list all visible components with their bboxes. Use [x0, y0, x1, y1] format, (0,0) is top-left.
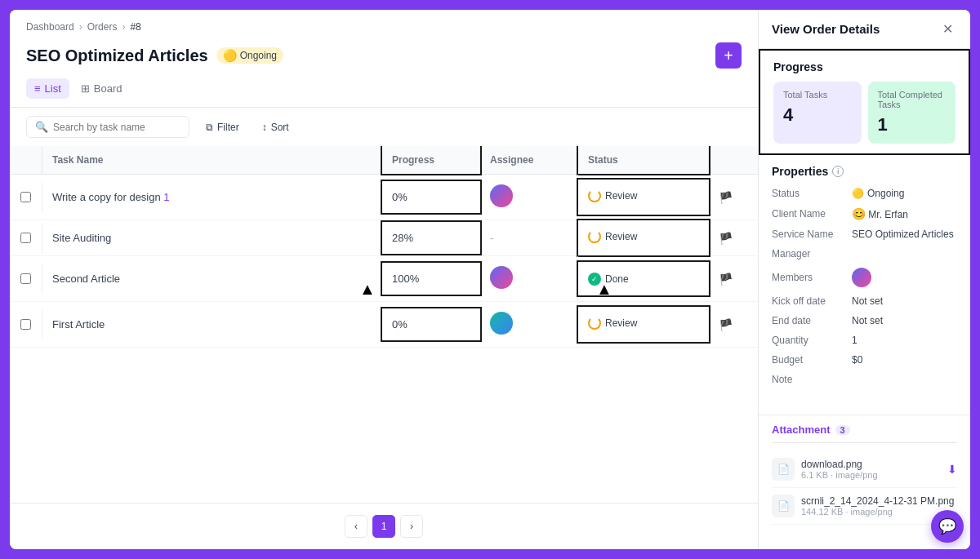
completed-tasks-card: Total Completed Tasks 1: [868, 82, 956, 144]
row3-check[interactable]: [10, 264, 42, 294]
progress-section: Progress Total Tasks 4 Total Completed T…: [759, 49, 970, 155]
add-button[interactable]: +: [715, 42, 742, 69]
row1-avatar: [490, 184, 513, 207]
sort-button[interactable]: ↕ Sort: [256, 118, 296, 137]
row2-status: Review: [578, 220, 709, 255]
row4-task-name[interactable]: First Article: [42, 308, 382, 340]
attachment-count: 3: [835, 425, 850, 435]
row1-assignee: [480, 175, 578, 220]
prop-status-text: Ongoing: [867, 188, 904, 199]
row1-task-name[interactable]: Write a copy for design 1: [42, 181, 382, 213]
completed-tasks-label: Total Completed Tasks: [878, 90, 947, 109]
row1-status-text: Review: [605, 190, 637, 202]
row1-check[interactable]: [10, 182, 42, 212]
row2-status-pill: Review: [588, 230, 637, 243]
sort-icon: ↕: [262, 122, 267, 133]
table-row: First Article 0% Review 🏴: [10, 302, 758, 348]
toolbar: 🔍 ⧉ Filter ↕ Sort: [10, 108, 758, 146]
breadcrumb-dashboard[interactable]: Dashboard: [26, 21, 74, 33]
prop-manager-row: Manager: [772, 248, 957, 260]
row3-avatar: [490, 266, 513, 289]
prop-service-row: Service Name SEO Optimized Articles: [772, 228, 957, 240]
chat-fab-button[interactable]: 💬: [931, 510, 964, 543]
th-check: [10, 146, 42, 174]
file-meta-1: 6.1 KB · image/png: [801, 470, 941, 480]
attachment-label: Attachment: [772, 424, 831, 436]
prop-budget-value: $0: [852, 354, 862, 366]
prop-enddate-label: End date: [772, 315, 845, 326]
prop-client-label: Client Name: [772, 208, 845, 220]
breadcrumb-sep-1: ›: [79, 21, 82, 33]
row4-progress: 0%: [382, 308, 480, 340]
prop-quantity-value: 1: [852, 335, 858, 346]
tab-board-label: Board: [94, 82, 122, 95]
th-progress: Progress: [382, 146, 480, 174]
prop-kickoff-value: Not set: [852, 295, 883, 307]
row1-name-text: Write a copy for design 1: [52, 191, 170, 203]
prop-quantity-label: Quantity: [772, 335, 845, 346]
row4-assignee: [480, 302, 578, 347]
prop-client-value: 😊 Mr. Erfan: [852, 207, 908, 220]
prop-status-dot: 🟡: [852, 188, 864, 199]
row3-task-name[interactable]: Second Article: [42, 263, 382, 295]
row2-check[interactable]: [10, 223, 42, 253]
row4-name-text: First Article: [52, 318, 105, 331]
row1-status-pill: Review: [588, 189, 637, 202]
search-input[interactable]: [53, 122, 180, 133]
board-icon: ⊞: [81, 82, 90, 95]
close-panel-button[interactable]: ✕: [938, 20, 957, 38]
progress-cards: Total Tasks 4 Total Completed Tasks 1: [773, 82, 956, 144]
row4-check[interactable]: [10, 309, 42, 339]
prop-kickoff-label: Kick off date: [772, 295, 845, 307]
row2-flag: 🏴: [709, 222, 758, 255]
attachment-header: Attachment 3: [772, 424, 957, 443]
member-avatar: [852, 268, 871, 287]
row3-status-pill: ✓ Done: [588, 273, 629, 286]
row1-status-icon: [588, 189, 601, 202]
row3-flag-icon: 🏴: [719, 273, 733, 286]
next-page-button[interactable]: ›: [400, 515, 423, 538]
task-table: Task Name Progress Assignee Status Write…: [10, 146, 758, 503]
table-body: Write a copy for design 1 0% Review 🏴: [10, 175, 758, 348]
row3-status-icon: ✓: [588, 273, 601, 286]
row2-task-name[interactable]: Site Auditing: [42, 222, 382, 254]
file-info-2: scrnli_2_14_2024_4-12-31 PM.png 144.12 K…: [801, 495, 957, 517]
file-info-1: download.png 6.1 KB · image/png: [801, 459, 941, 480]
total-tasks-card: Total Tasks 4: [773, 82, 862, 144]
file-name-2: scrnli_2_14_2024_4-12-31 PM.png: [801, 495, 957, 507]
info-icon: i: [832, 166, 844, 177]
page-1-button[interactable]: 1: [372, 515, 395, 538]
tab-list-label: List: [45, 82, 61, 95]
left-panel: Dashboard › Orders › #8 SEO Optimized Ar…: [10, 10, 758, 549]
search-box[interactable]: 🔍: [26, 116, 189, 138]
prev-page-button[interactable]: ‹: [345, 515, 368, 538]
completed-tasks-value: 1: [878, 114, 947, 135]
row4-avatar: [490, 312, 513, 335]
client-emoji: 😊: [852, 207, 866, 220]
total-tasks-label: Total Tasks: [783, 90, 852, 100]
row2-status-icon: [588, 230, 601, 243]
row4-status: Review: [578, 307, 709, 342]
search-icon: 🔍: [35, 121, 48, 133]
th-task-name: Task Name: [42, 146, 382, 174]
right-panel: View Order Details ✕ Progress Total Task…: [758, 10, 970, 549]
filter-icon: ⧉: [206, 122, 213, 133]
status-text: Ongoing: [240, 50, 277, 61]
properties-title: Properties: [772, 165, 828, 178]
breadcrumb-sep-2: ›: [122, 21, 125, 33]
status-badge: 🟡 Ongoing: [216, 47, 283, 64]
prop-status-row: Status 🟡 Ongoing: [772, 188, 957, 199]
client-name-text: Mr. Erfan: [868, 209, 908, 220]
filter-button[interactable]: ⧉ Filter: [199, 118, 246, 137]
prop-kickoff-row: Kick off date Not set: [772, 295, 957, 307]
download-button-1[interactable]: ⬇: [947, 463, 957, 476]
breadcrumb-orders[interactable]: Orders: [87, 21, 118, 33]
total-tasks-value: 4: [783, 104, 852, 126]
table-row: Site Auditing 28% - Review 🏴: [10, 220, 758, 256]
properties-section: Properties i Status 🟡 Ongoing Client Nam…: [759, 155, 970, 415]
file-icon-2: 📄: [772, 495, 795, 517]
attachment-item-2: 📄 scrnli_2_14_2024_4-12-31 PM.png 144.12…: [772, 488, 957, 525]
tab-list[interactable]: ≡ List: [26, 78, 69, 99]
prop-note-row: Note: [772, 374, 957, 385]
tab-board[interactable]: ⊞ Board: [73, 78, 131, 99]
